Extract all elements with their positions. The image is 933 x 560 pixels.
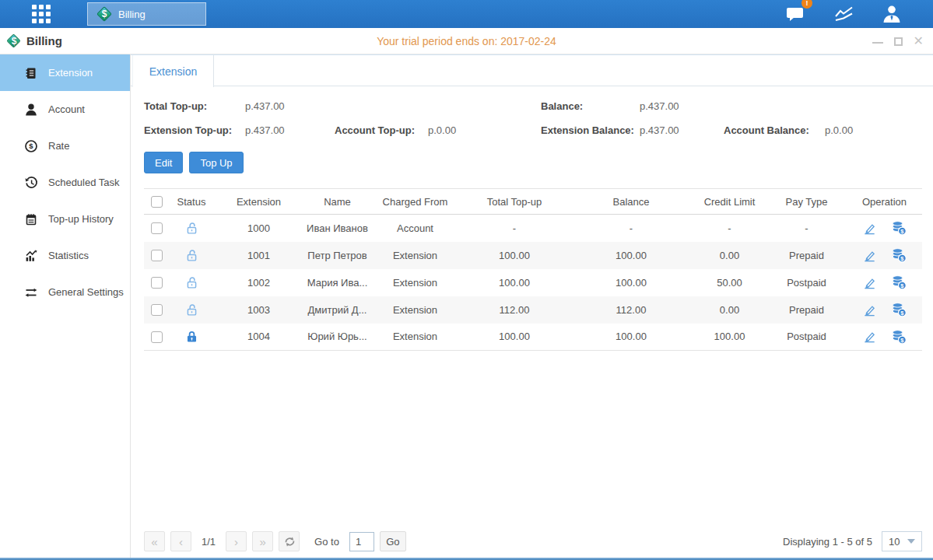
cell-balance: 100.00	[570, 242, 693, 269]
close-icon[interactable]: ✕	[914, 35, 924, 47]
col-pay-type: Pay Type	[766, 189, 847, 215]
sidebar-label: Top-up History	[48, 213, 114, 225]
cell-pay-type: Postpaid	[766, 324, 847, 351]
table-row[interactable]: 1000 Иван Иванов Account - - - - $	[144, 215, 922, 242]
refresh-icon[interactable]	[279, 531, 300, 551]
system-topbar: $ Billing !	[0, 0, 933, 28]
cell-charged-from: Extension	[371, 296, 459, 324]
topbar-right-icons: !	[785, 0, 902, 28]
row-checkbox[interactable]	[151, 331, 163, 343]
last-page-icon[interactable]: »	[252, 531, 273, 551]
col-extension: Extension	[214, 189, 303, 215]
window-titlebar: $ Billing Your trial period ends on: 201…	[0, 28, 933, 54]
resource-monitor-icon[interactable]	[833, 5, 855, 23]
tab-extension[interactable]: Extension	[132, 55, 214, 87]
edit-icon[interactable]	[862, 303, 877, 317]
edit-icon[interactable]	[862, 275, 877, 290]
arrows-swap-icon	[24, 285, 38, 299]
table-row[interactable]: 1004 Юрий Юрь... Extension 100.00 100.00…	[144, 324, 922, 351]
top-up-coins-icon[interactable]: $	[891, 275, 907, 290]
sidebar-label: General Settings	[48, 286, 124, 298]
edit-icon[interactable]	[862, 329, 877, 344]
taskbar-billing-tab[interactable]: $ Billing	[87, 2, 206, 26]
col-charged-from: Charged From	[371, 189, 459, 215]
cell-name: Дмитрий Д...	[303, 296, 371, 324]
balance-value: p.437.00	[640, 100, 724, 112]
stats-chart-icon	[24, 249, 38, 263]
goto-label: Go to	[314, 536, 339, 548]
row-checkbox[interactable]	[151, 277, 163, 289]
cell-pay-type: -	[766, 215, 847, 242]
sidebar-item-scheduled-task[interactable]: Scheduled Task	[0, 164, 130, 201]
top-up-coins-icon[interactable]: $	[891, 220, 907, 236]
dollar-circle-icon: $	[24, 139, 38, 153]
table-row[interactable]: 1002 Мария Ива... Extension 100.00 100.0…	[144, 269, 922, 296]
sidebar-item-account[interactable]: Account	[0, 91, 130, 128]
maximize-icon[interactable]	[894, 37, 903, 46]
cell-name: Петр Петров	[303, 242, 371, 269]
trial-message: Your trial period ends on: 2017-02-24	[0, 35, 933, 47]
cell-credit-limit: 0.00	[693, 296, 766, 324]
first-page-icon[interactable]: «	[144, 531, 165, 551]
account-balance-label: Account Balance:	[724, 124, 825, 136]
table-row[interactable]: 1001 Петр Петров Extension 100.00 100.00…	[144, 242, 922, 269]
lock-open-icon	[185, 222, 198, 233]
sidebar-item-rate[interactable]: $ Rate	[0, 128, 130, 164]
top-up-coins-icon[interactable]: $	[891, 302, 907, 317]
row-checkbox[interactable]	[151, 304, 163, 316]
billing-window-icon: $	[6, 33, 22, 49]
prev-page-icon[interactable]: ‹	[170, 531, 191, 551]
edit-icon[interactable]	[862, 221, 877, 236]
minimize-icon[interactable]	[872, 39, 883, 44]
main-panel: Extension Total Top-up: p.437.00 Balance…	[131, 54, 933, 558]
goto-page-input[interactable]	[349, 532, 374, 551]
col-name: Name	[303, 189, 371, 215]
account-topup-value: p.0.00	[428, 124, 541, 136]
edit-icon[interactable]	[862, 248, 877, 263]
row-checkbox[interactable]	[151, 250, 163, 261]
cell-pay-type: Prepaid	[766, 296, 847, 324]
total-topup-label: Total Top-up:	[144, 100, 245, 112]
notifications-icon[interactable]: !	[785, 5, 807, 23]
sidebar-item-topup-history[interactable]: Top-up History	[0, 201, 130, 237]
cell-total-topup: 100.00	[459, 242, 570, 269]
lock-open-icon	[185, 275, 198, 287]
account-balance-value: p.0.00	[825, 124, 922, 136]
balance-label: Balance:	[541, 100, 640, 112]
cell-charged-from: Extension	[371, 269, 459, 296]
edit-button[interactable]: Edit	[144, 152, 183, 173]
page-indicator: 1/1	[202, 536, 216, 548]
col-balance: Balance	[570, 189, 693, 215]
row-checkbox[interactable]	[151, 222, 163, 234]
user-account-icon[interactable]	[882, 5, 902, 23]
table-header-row: Status Extension Name Charged From Total…	[144, 189, 922, 215]
svg-text:$: $	[29, 142, 33, 150]
cell-name: Мария Ива...	[303, 269, 371, 296]
extension-book-icon	[24, 66, 38, 80]
page-size-select[interactable]: 10	[882, 531, 922, 551]
next-page-icon[interactable]: ›	[226, 531, 247, 551]
top-up-button[interactable]: Top Up	[189, 152, 243, 173]
person-icon	[24, 103, 38, 117]
select-all-checkbox[interactable]	[151, 196, 163, 208]
sidebar-item-statistics[interactable]: Statistics	[0, 237, 130, 274]
table-row[interactable]: 1003 Дмитрий Д... Extension 112.00 112.0…	[144, 296, 922, 324]
cell-total-topup: 100.00	[459, 269, 570, 296]
displaying-text: Displaying 1 - 5 of 5	[783, 536, 872, 548]
apps-grid-icon[interactable]	[28, 3, 54, 25]
cell-pay-type: Postpaid	[766, 269, 847, 296]
sidebar-item-extension[interactable]: Extension	[0, 54, 130, 91]
col-operation: Operation	[847, 189, 922, 215]
cell-charged-from: Account	[371, 215, 459, 242]
top-up-coins-icon[interactable]: $	[891, 247, 907, 263]
lock-closed-icon	[185, 330, 198, 341]
billing-app-icon: $	[96, 5, 113, 23]
cell-balance: 100.00	[570, 269, 693, 296]
sidebar-label: Account	[48, 103, 85, 115]
cell-credit-limit: -	[693, 215, 766, 242]
go-button[interactable]: Go	[380, 531, 406, 551]
sidebar-label: Statistics	[48, 250, 89, 261]
extension-balance-value: p.437.00	[640, 124, 724, 136]
sidebar-item-general-settings[interactable]: General Settings	[0, 274, 130, 310]
top-up-coins-icon[interactable]: $	[891, 329, 907, 345]
